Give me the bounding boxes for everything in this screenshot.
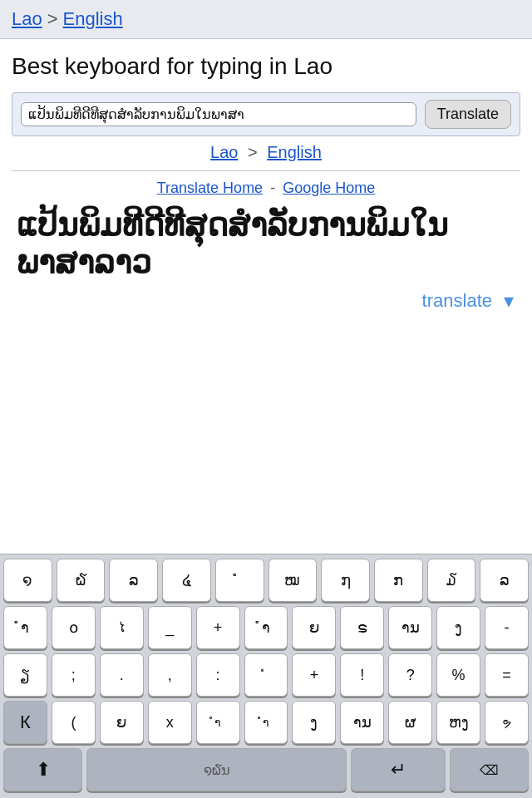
google-home-link[interactable]: Google Home	[283, 180, 375, 196]
lang-arrow: >	[248, 143, 258, 161]
keyboard-row-4: К ( ຍ x ຳ ຳ ງ ານ ຜ ຫງ ຯ	[0, 697, 532, 744]
key-7[interactable]: ໗	[321, 559, 370, 602]
key-r4-4[interactable]: x	[148, 701, 192, 744]
key-r2-9[interactable]: ານ	[388, 606, 432, 649]
key-r4-8[interactable]: ານ	[340, 701, 384, 744]
key-r2-6[interactable]: ຳ	[244, 606, 288, 649]
key-r4-1[interactable]: К	[3, 701, 47, 744]
key-r2-3[interactable]: ໄ	[100, 606, 144, 649]
arrow-separator: >	[47, 8, 58, 30]
key-r3-3[interactable]: .	[100, 653, 144, 697]
top-bar: Lao > English	[0, 0, 532, 39]
key-r4-6[interactable]: ຳ	[244, 701, 288, 744]
key-r4-3[interactable]: ຍ	[100, 701, 144, 744]
translate-home-link[interactable]: Translate Home	[157, 180, 263, 196]
key-5[interactable]: ໍ	[215, 559, 264, 602]
lang-pair-from[interactable]: Lao	[210, 143, 238, 161]
key-r3-4[interactable]: ,	[148, 653, 192, 697]
key-6[interactable]: ໝ	[268, 559, 318, 602]
to-lang-link[interactable]: English	[63, 8, 123, 30]
link-separator: -	[270, 180, 275, 196]
keyboard-row-2: ຳ ໐ ໄ _ + ຳ ຍ ຣ ານ ງ -	[0, 602, 532, 649]
key-r3-1[interactable]: ຽ	[3, 653, 47, 697]
space-key[interactable]: ໑໖ນ	[86, 748, 347, 791]
key-r3-6[interactable]: ໍ	[244, 653, 288, 697]
key-2[interactable]: ໖	[57, 559, 106, 602]
key-8[interactable]: ກ	[374, 559, 423, 602]
keyboard: ໑ ໖ ລ ໔ ໍ ໝ ໗ ກ ໓ ລ ຳ ໐ ໄ _ + ຳ ຍ ຣ ານ ງ…	[0, 554, 532, 798]
page-title: Best keyboard for typing in Lao	[12, 52, 520, 81]
key-r4-7[interactable]: ງ	[292, 701, 336, 744]
key-r4-9[interactable]: ຜ	[388, 701, 432, 744]
key-r2-8[interactable]: ຣ	[340, 606, 384, 649]
key-r4-11[interactable]: ຯ	[485, 701, 529, 744]
key-r3-9[interactable]: ?	[388, 653, 432, 697]
key-9[interactable]: ໓	[427, 559, 476, 602]
key-r4-2[interactable]: (	[52, 701, 96, 744]
lao-text-input[interactable]: ແປ້ນພິມທີດີທີສຸດສໍາລັບການພິມໃນພາສາ	[21, 102, 416, 126]
key-r2-11[interactable]: -	[485, 606, 529, 649]
key-r2-5[interactable]: +	[196, 606, 240, 649]
key-r4-10[interactable]: ຫງ	[436, 701, 480, 744]
from-lang-link[interactable]: Lao	[12, 8, 42, 30]
key-r2-10[interactable]: ງ	[436, 606, 480, 649]
key-r3-11[interactable]: =	[485, 653, 529, 697]
lang-pair: Lao > English	[12, 143, 520, 162]
chevron-down-icon[interactable]: ▾	[504, 289, 514, 313]
divider	[12, 170, 520, 171]
key-r3-7[interactable]: +	[292, 653, 336, 697]
key-r3-2[interactable]: ;	[52, 653, 96, 697]
key-10[interactable]: ລ	[480, 559, 529, 602]
key-r3-8[interactable]: !	[340, 653, 384, 697]
key-r2-2[interactable]: ໐	[52, 606, 96, 649]
key-r4-5[interactable]: ຳ	[196, 701, 240, 744]
translation-box: ແປ້ນພິມທີດີທີສຸດສໍາລັບການພິມໃນພາສາ Trans…	[12, 92, 520, 136]
keyboard-row-3: ຽ ; . , : ໍ + ! ? % =	[0, 649, 532, 697]
key-3[interactable]: ລ	[109, 559, 158, 602]
keyboard-row-1: ໑ ໖ ລ ໔ ໍ ໝ ໗ ກ ໓ ລ	[0, 554, 532, 602]
return-key[interactable]: ↵	[351, 748, 446, 791]
input-display: ແປ້ນພິມທີດີທີສຸດສໍາລັບການພິມໃນພາສາລາວ	[12, 207, 520, 283]
key-r2-7[interactable]: ຍ	[292, 606, 336, 649]
action-row: translate ▾	[12, 289, 520, 319]
translate-button[interactable]: Translate	[425, 100, 511, 129]
key-4[interactable]: ໔	[162, 559, 211, 602]
key-r3-10[interactable]: %	[436, 653, 480, 697]
shift-key[interactable]: ⬆	[3, 748, 82, 791]
delete-key[interactable]: ⌫	[450, 748, 529, 791]
key-r3-5[interactable]: :	[196, 653, 240, 697]
key-r2-4[interactable]: _	[148, 606, 192, 649]
translate-action-button[interactable]: translate	[422, 290, 492, 312]
lang-pair-to[interactable]: English	[267, 143, 322, 161]
key-r2-1[interactable]: ຳ	[3, 606, 47, 649]
key-1[interactable]: ໑	[3, 559, 52, 602]
links-area: Translate Home - Google Home	[12, 180, 520, 197]
keyboard-bottom-row: ⬆ ໑໖ນ ↵ ⌫	[0, 744, 532, 798]
main-content: Best keyboard for typing in Lao ແປ້ນພິມທ…	[0, 39, 532, 319]
